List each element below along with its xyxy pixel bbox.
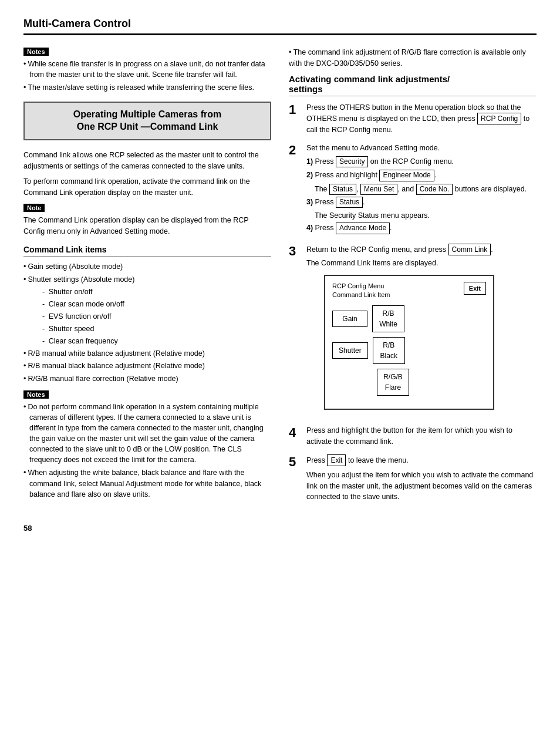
indent-block-2-3: The Security Status menu appears.: [315, 210, 537, 221]
advance-mode-button[interactable]: Advance Mode: [336, 223, 390, 234]
flare-correction-note: • The command link adjustment of R/G/B f…: [289, 47, 537, 69]
step-3: 3 Return to the RCP Config menu, and pre…: [289, 244, 537, 419]
diagram-title: RCP Config Menu Command Link Item: [332, 282, 390, 300]
list-item: While scene file transfer is in progress…: [23, 59, 271, 80]
page-number: 58: [23, 524, 537, 533]
rb-black-button[interactable]: R/B Black: [373, 337, 405, 364]
notes-label-1: Notes: [23, 48, 49, 56]
note-block: Note The Command Link operation display …: [23, 203, 271, 237]
command-link-list: Gain setting (Absolute mode) Shutter set…: [23, 261, 271, 383]
note-label: Note: [23, 204, 45, 212]
command-link-heading: Command Link items: [23, 245, 271, 257]
list-item: Do not perform command link operation in…: [23, 402, 271, 466]
sub-step-2-3: 3) Press Status.: [306, 197, 537, 208]
list-item: Clear scan mode on/off: [29, 299, 271, 309]
security-button[interactable]: Security: [336, 156, 368, 167]
step-1-content: Press the OTHERS button in the Menu oper…: [306, 102, 537, 136]
step-5: 5 Press Exit to leave the menu. When you…: [289, 454, 537, 505]
right-column: • The command link adjustment of R/G/B f…: [289, 47, 537, 512]
notes-list-2: Do not perform command link operation in…: [23, 402, 271, 500]
page-title: Multi-Camera Control: [23, 18, 131, 29]
step-5-after-text: When you adjust the item for which you w…: [306, 470, 537, 503]
list-item: Shutter speed: [29, 324, 271, 334]
indent-block-2-2: The Status, Menu Set, and Code No. butto…: [315, 184, 537, 195]
comm-link-button[interactable]: Comm Link: [448, 244, 491, 255]
diagram: RCP Config Menu Command Link Item Exit G…: [324, 275, 494, 410]
status-button-ref[interactable]: Status: [329, 184, 356, 195]
step-4: 4 Press and highlight the button for the…: [289, 425, 537, 447]
step-number-4: 4: [289, 425, 302, 440]
gain-button[interactable]: Gain: [332, 311, 367, 327]
list-item: Gain setting (Absolute mode): [23, 261, 271, 272]
step-number-3: 3: [289, 244, 302, 259]
section-box-operating: Operating Multiple Cameras from One RCP …: [23, 102, 271, 140]
page: Multi-Camera Control Notes While scene f…: [0, 0, 560, 748]
intro-text-1: Command link allows one RCP selected as …: [23, 150, 271, 172]
step-1: 1 Press the OTHERS button in the Menu op…: [289, 102, 537, 136]
menu-set-button-ref[interactable]: Menu Set: [360, 184, 397, 195]
step-4-text: Press and highlight the button for the i…: [306, 426, 512, 446]
list-item: Shutter on/off: [29, 287, 271, 297]
notes-block-2: Notes Do not perform command link operat…: [23, 390, 271, 500]
notes-block-1: Notes While scene file transfer is in pr…: [23, 47, 271, 93]
sub-step-2-1: 1) Press Security on the RCP Config menu…: [306, 156, 537, 167]
step-number-2: 2: [289, 143, 302, 158]
rcp-config-button[interactable]: RCP Config: [477, 113, 521, 124]
diagram-row-1: Gain R/B White: [332, 305, 486, 332]
two-column-layout: Notes While scene file transfer is in pr…: [23, 47, 537, 512]
diagram-row-3: R/G/B Flare: [332, 369, 486, 396]
step-number-5: 5: [289, 454, 302, 470]
list-item: EVS function on/off: [29, 311, 271, 322]
status-button[interactable]: Status: [336, 197, 363, 208]
step-3-content: Return to the RCP Config menu, and press…: [306, 244, 537, 419]
activating-heading: Activating command link adjustments/ set…: [289, 74, 537, 96]
rgb-flare-button[interactable]: R/G/B Flare: [377, 369, 409, 396]
sub-step-2-2: 2) Press and highlight Engineer Mode.: [306, 170, 537, 181]
left-column: Notes While scene file transfer is in pr…: [23, 47, 271, 512]
diagram-header: RCP Config Menu Command Link Item Exit: [332, 282, 486, 300]
intro-text-2: To perform command link operation, activ…: [23, 176, 271, 198]
note-text: The Command Link operation display can b…: [23, 215, 271, 237]
step-5-text: Press Exit to leave the menu.: [306, 454, 537, 466]
diagram-exit-button[interactable]: Exit: [464, 282, 486, 295]
code-no-button-ref[interactable]: Code No.: [416, 184, 453, 195]
notes-label-2: Notes: [23, 390, 49, 399]
diagram-row-2: Shutter R/B Black: [332, 337, 486, 364]
engineer-mode-button[interactable]: Engineer Mode: [379, 170, 434, 181]
shutter-button[interactable]: Shutter: [332, 342, 368, 359]
flare-correction-text: The command link adjustment of R/G/B fla…: [289, 48, 526, 68]
section-box-title: Operating Multiple Cameras from One RCP …: [33, 109, 262, 133]
step-3-text: Return to the RCP Config menu, and press…: [306, 244, 537, 255]
exit-button[interactable]: Exit: [327, 454, 346, 466]
rb-white-button[interactable]: R/B White: [372, 305, 404, 332]
list-item: Clear scan frequency: [29, 336, 271, 346]
list-item: R/B manual black balance adjustment (Rel…: [23, 360, 271, 371]
list-item: R/G/B manual flare correction (Relative …: [23, 373, 271, 384]
list-item: When adjusting the white balance, black …: [23, 467, 271, 499]
step-2-content: Set the menu to Advanced Setting mode. 1…: [306, 143, 537, 237]
list-item: R/B manual white balance adjustment (Rel…: [23, 348, 271, 359]
step-2: 2 Set the menu to Advanced Setting mode.…: [289, 143, 537, 237]
step-number-1: 1: [289, 102, 302, 117]
sub-step-2-4: 4) Press Advance Mode.: [306, 223, 537, 234]
step-3-after-text: The Command Link Items are displayed.: [306, 258, 537, 269]
page-header: Multi-Camera Control: [23, 18, 537, 35]
list-item: Shutter settings (Absolute mode): [23, 274, 271, 285]
list-item: The master/slave setting is released whi…: [23, 82, 271, 93]
step-4-content: Press and highlight the button for the i…: [306, 425, 537, 447]
notes-list-1: While scene file transfer is in progress…: [23, 59, 271, 93]
step-2-main-text: Set the menu to Advanced Setting mode.: [306, 143, 537, 154]
step-5-content: Press Exit to leave the menu. When you a…: [306, 454, 537, 505]
